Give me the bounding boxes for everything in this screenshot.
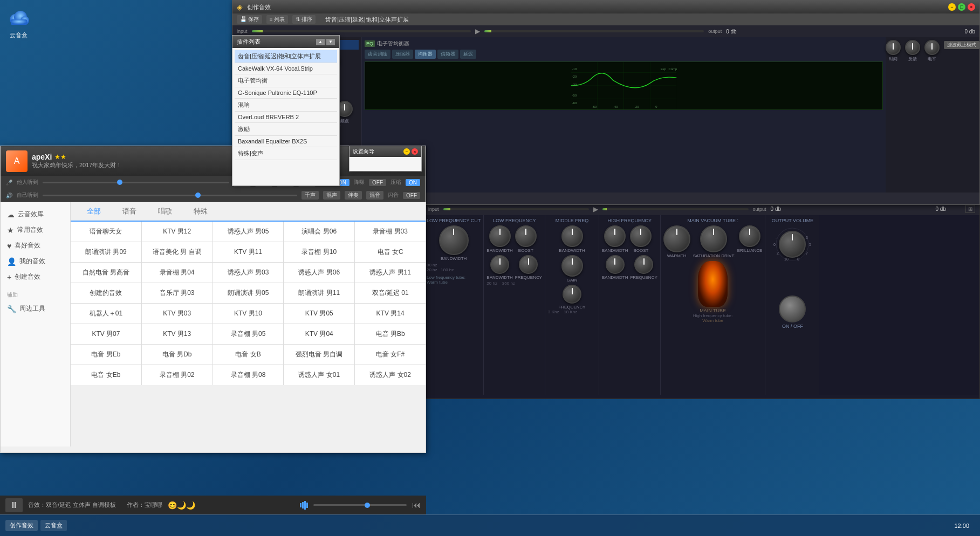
effect-seduce-female02[interactable]: 诱惑人声 女02 <box>355 365 426 385</box>
effect-electric-female-c[interactable]: 电音 女C <box>355 242 426 262</box>
time-knob[interactable] <box>886 40 901 55</box>
lf-freq-knob[interactable] <box>519 255 538 274</box>
warmth-knob[interactable] <box>663 225 690 252</box>
effect-studio-male04[interactable]: 录音棚 男04 <box>142 263 213 283</box>
effects-close-btn[interactable]: × <box>968 3 975 11</box>
effect-ktv-male14[interactable]: KTV 男14 <box>355 304 426 324</box>
history-btn[interactable]: ⏮ <box>412 500 421 510</box>
effect-strong-electric-auto[interactable]: 强烈电音 男自调 <box>284 345 354 365</box>
tab-compressor[interactable]: 压缩器 <box>392 50 413 59</box>
effect-lecture-male05[interactable]: 朗诵演讲 男05 <box>213 283 284 303</box>
tab-special[interactable]: 特殊 <box>183 202 218 221</box>
self-volume-slider[interactable] <box>43 195 297 196</box>
list-btn[interactable]: ≡ 列表 <box>266 15 289 24</box>
effects-minimize-btn[interactable]: − <box>948 3 956 11</box>
tab-eq[interactable]: 均衡器 <box>415 50 436 59</box>
self-banzou-btn[interactable]: 伴奏 <box>345 191 362 200</box>
mf-bandwidth-knob[interactable] <box>561 225 583 247</box>
hf-boost-knob[interactable] <box>630 225 652 247</box>
plugin-item-8[interactable]: Baxandall Equalizer BX2S <box>235 136 337 147</box>
brilliance-knob[interactable] <box>739 225 760 247</box>
mf-freq-knob[interactable] <box>563 285 581 304</box>
hf-freq-knob[interactable] <box>634 255 653 274</box>
effect-studio-male10[interactable]: 录音棚 男10 <box>284 242 354 262</box>
tab-denoiser[interactable]: 齿音消除 <box>365 50 390 59</box>
effect-electric-male-bb[interactable]: 电音 男Bb <box>355 324 426 344</box>
effect-ktv-male07[interactable]: KTV 男07 <box>71 324 141 344</box>
effect-ktv-male12[interactable]: KTV 男12 <box>142 222 213 242</box>
self-hunsheng-btn[interactable]: 混声 <box>323 191 340 200</box>
effect-electric-female-b[interactable]: 电音 女B <box>213 345 284 365</box>
effect-seduce-male06[interactable]: 诱惑人声 男06 <box>284 263 354 283</box>
save-btn[interactable]: 💾 保存 <box>237 15 262 24</box>
effect-studio-male05[interactable]: 录音棚 男05 <box>213 324 284 344</box>
taskbar-player-app[interactable]: 云音盒 <box>40 520 67 531</box>
plugin-item-3[interactable]: 电子管均衡 <box>235 74 337 87</box>
plugin-item-6[interactable]: OverLoud BREVERB 2 <box>235 112 337 123</box>
sidebar-item-tools[interactable]: 🔧 周边工具 <box>1 301 70 317</box>
lfc-knob[interactable] <box>439 225 469 255</box>
effect-robot01[interactable]: 机器人＋01 <box>71 304 141 324</box>
lf-bandwidth-knob[interactable] <box>489 225 511 247</box>
lf-boost-knob[interactable] <box>515 225 537 247</box>
plugin-item-1[interactable]: 齿音|压缩|延迟|饱和|立体声扩展 <box>235 50 337 63</box>
comp-on-btn[interactable]: ON <box>406 179 420 186</box>
effect-seduce-male11[interactable]: 诱惑人声 男11 <box>355 263 426 283</box>
mf-gain-knob[interactable] <box>561 255 583 277</box>
effect-seduce-male03[interactable]: 诱惑人声 男03 <box>213 263 284 283</box>
filter-mode-btn[interactable]: 滤波截止模式 <box>944 41 979 49</box>
sidebar-item-create[interactable]: + 创建音效 <box>1 269 70 285</box>
plugin-item-2[interactable]: CakeWalk VX-64 Vocal.Strip <box>235 63 337 74</box>
eq-level-knob[interactable] <box>924 40 940 55</box>
effect-concert-hall-male03[interactable]: 音乐厅 男03 <box>142 283 213 303</box>
sidebar-item-common[interactable]: ★ 常用音效 <box>1 222 70 238</box>
wizard-minimize-btn[interactable]: − <box>403 148 410 155</box>
effect-voice-beautify[interactable]: 语音美化 男 自调 <box>142 242 213 262</box>
effect-ktv-male10[interactable]: KTV 男10 <box>213 304 284 324</box>
effect-studio-male02[interactable]: 录音棚 男02 <box>142 365 213 385</box>
effect-studio-male08[interactable]: 录音棚 男08 <box>213 365 284 385</box>
wizard-close-btn[interactable]: × <box>412 148 418 155</box>
effects-maximize-btn[interactable]: □ <box>958 3 965 11</box>
effect-ktv-male11[interactable]: KTV 男11 <box>213 242 284 262</box>
feedback-knob[interactable] <box>905 40 920 55</box>
effect-electric-male-eb[interactable]: 电音 男Eb <box>71 345 141 365</box>
scroll-down-btn[interactable]: ▼ <box>326 39 335 45</box>
tab-freq[interactable]: 信频器 <box>437 50 458 59</box>
sidebar-item-cloud[interactable]: ☁ 云音效库 <box>1 207 70 222</box>
bottom-volume-slider[interactable] <box>313 504 407 506</box>
tube-expand-btn[interactable]: ⊞ <box>965 205 975 213</box>
effect-ktv-male13[interactable]: KTV 男13 <box>142 324 213 344</box>
pause-play-btn[interactable]: ⏸ <box>5 498 23 512</box>
effect-studio-male03[interactable]: 录音棚 男03 <box>355 222 426 242</box>
effect-double-delay01[interactable]: 双音/延迟 01 <box>355 283 426 303</box>
taskbar-effects-app[interactable]: 创作音效 <box>5 520 38 531</box>
effect-electric-female-eb[interactable]: 电音 女Eb <box>71 365 141 385</box>
effect-lecture-male11[interactable]: 朗诵演讲 男11 <box>284 283 354 303</box>
effect-seduce-female01[interactable]: 诱惑人声 女01 <box>284 365 354 385</box>
flash-off-btn[interactable]: OFF <box>403 192 420 199</box>
effect-natural-high[interactable]: 自然电音 男高音 <box>71 263 141 283</box>
plugin-item-7[interactable]: 激励 <box>235 123 337 136</box>
plugin-item-4[interactable]: G-Sonique Pultronic EQ-110P <box>235 87 337 99</box>
effect-ktv-male05[interactable]: KTV 男05 <box>284 304 354 324</box>
sidebar-item-my[interactable]: 👤 我的音效 <box>1 253 70 269</box>
main-volume-slider[interactable] <box>43 182 229 183</box>
effect-electric-female-f[interactable]: 电音 女F# <box>355 345 426 365</box>
cloud-app-icon[interactable]: 云音盒 <box>5 5 31 39</box>
effect-seduce-male05[interactable]: 诱惑人声 男05 <box>213 222 284 242</box>
effect-lecture-male09[interactable]: 朗诵演讲 男09 <box>71 242 141 262</box>
sort-btn[interactable]: ⇅ 排序 <box>292 15 316 24</box>
effect-ktv-male04[interactable]: KTV 男04 <box>284 324 354 344</box>
self-hunyin-btn[interactable]: 混音 <box>366 191 383 200</box>
self-qiansheng-btn[interactable]: 千声 <box>301 191 319 200</box>
hf-bandwidth-knob[interactable] <box>604 225 626 247</box>
effect-ktv-male03[interactable]: KTV 男03 <box>142 304 213 324</box>
scroll-up-btn[interactable]: ▲ <box>316 39 325 45</box>
noise-off-btn[interactable]: OFF <box>369 179 386 186</box>
tab-all[interactable]: 全部 <box>76 202 112 222</box>
lf-bandwidth2-knob[interactable] <box>490 255 509 274</box>
on-off-knob[interactable] <box>779 296 806 322</box>
sat-drive-knob[interactable] <box>700 225 727 252</box>
sidebar-item-favorite[interactable]: ♥ 喜好音效 <box>1 238 70 253</box>
